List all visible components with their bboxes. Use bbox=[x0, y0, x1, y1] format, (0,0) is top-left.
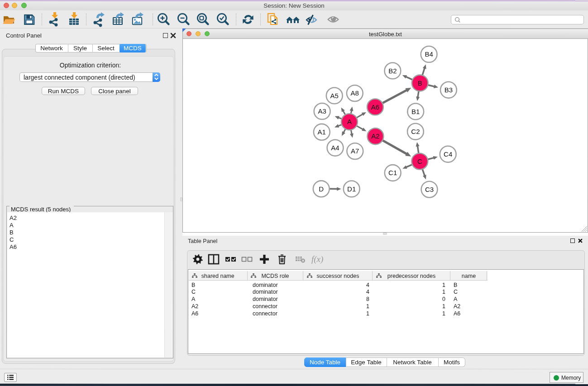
svg-text:A2: A2 bbox=[371, 132, 379, 140]
svg-text:A8: A8 bbox=[351, 89, 359, 97]
svg-text:C2: C2 bbox=[411, 128, 420, 135]
svg-text:A6: A6 bbox=[371, 103, 379, 111]
svg-text:B1: B1 bbox=[411, 108, 420, 115]
svg-text:A3: A3 bbox=[318, 107, 326, 115]
svg-text:D: D bbox=[319, 185, 324, 193]
svg-text:C3: C3 bbox=[425, 186, 434, 193]
svg-text:B3: B3 bbox=[445, 86, 453, 94]
svg-text:A5: A5 bbox=[330, 92, 339, 100]
svg-text:f(x): f(x) bbox=[311, 254, 323, 264]
svg-text:A1: A1 bbox=[318, 128, 326, 136]
svg-text:C4: C4 bbox=[444, 150, 452, 158]
svg-text:A4: A4 bbox=[331, 144, 339, 152]
svg-text:C1: C1 bbox=[388, 169, 397, 176]
svg-text:A: A bbox=[347, 118, 352, 125]
svg-text:A7: A7 bbox=[351, 147, 359, 155]
svg-text:C: C bbox=[417, 157, 422, 165]
svg-text:B2: B2 bbox=[388, 67, 397, 75]
svg-text:B4: B4 bbox=[425, 50, 433, 58]
svg-text:B: B bbox=[418, 79, 422, 87]
svg-text:D1: D1 bbox=[347, 185, 356, 193]
